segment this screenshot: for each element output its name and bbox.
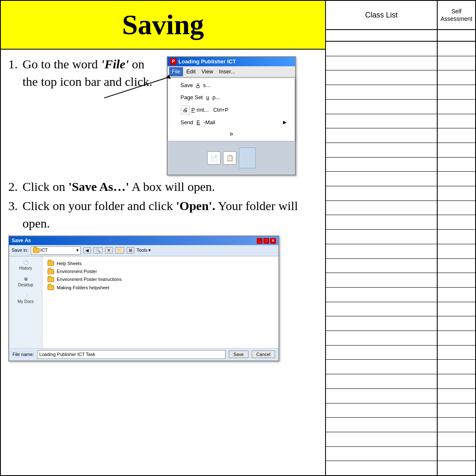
maximize-button[interactable]: □ [263, 238, 269, 244]
cell-self-18 [438, 302, 475, 316]
table-row [326, 360, 475, 374]
saveas-titlebar: Save As _ □ X [9, 236, 278, 245]
dropdown-page-setup[interactable]: Page Setup... [168, 92, 295, 103]
saveas-file-area: Help Sheets Environment Poster Environme… [43, 256, 278, 348]
search-button[interactable]: 🔍 [93, 247, 103, 253]
step-2-number: 2. [8, 178, 20, 195]
cell-class-1 [326, 56, 438, 70]
cell-self-22 [438, 360, 475, 374]
pub-doc-2: 📋 [223, 151, 236, 165]
header-subrow [326, 30, 475, 42]
sidebar-desktop[interactable]: 🖥Desktop [11, 276, 40, 288]
cell-class-3 [326, 85, 438, 99]
table-row [326, 100, 475, 114]
dropdown-save-as[interactable]: Save As... [168, 80, 295, 91]
cell-self-9 [438, 172, 475, 186]
right-panel: Class List Self Assessment [326, 1, 475, 475]
cell-self-4 [438, 100, 475, 114]
cell-class-19 [326, 316, 438, 331]
cell-self-14 [438, 244, 475, 258]
table-row [326, 230, 475, 244]
dropdown-send-email[interactable]: Send E-Mail ▶ [168, 117, 295, 128]
menu-view[interactable]: View [199, 67, 215, 76]
table-row [326, 244, 475, 259]
cell-self-13 [438, 230, 475, 244]
sidebar-history[interactable]: 🕐History [11, 260, 40, 271]
cell-class-17 [326, 288, 438, 302]
save-in-folder-icon [33, 248, 40, 253]
menu-edit[interactable]: Edit [184, 67, 198, 76]
saveas-titlebar-btns: _ □ X [257, 238, 276, 244]
save-in-combobox[interactable]: ICT ▾ [31, 246, 81, 254]
page-title: Saving [122, 8, 204, 41]
tools-menu[interactable]: Tools ▾ [137, 247, 151, 253]
back-button[interactable]: ◀ [83, 247, 91, 253]
file-item-2[interactable]: Environment Poster [46, 268, 275, 276]
table-row [326, 215, 475, 230]
table-row [326, 418, 475, 432]
table-row [326, 403, 475, 418]
table-row [326, 374, 475, 389]
cell-self-3 [438, 85, 475, 99]
cell-class-21 [326, 346, 438, 360]
rows-container [326, 42, 475, 475]
main-content: Saving 1. Go to the word 'File' on the t… [1, 1, 326, 475]
cell-self-27 [438, 432, 475, 446]
table-row [326, 316, 475, 331]
cell-class-28 [326, 447, 438, 461]
step-1-row: 1. Go to the word 'File' on the top icon… [8, 55, 163, 90]
table-row [326, 114, 475, 129]
menu-insert[interactable]: Inser... [216, 67, 238, 76]
title-bar: Saving [1, 1, 325, 50]
cell-class-16 [326, 273, 438, 287]
menu-file[interactable]: File [169, 67, 183, 76]
minimize-button[interactable]: _ [257, 238, 263, 244]
pub-titlebar: P Loading Publisher ICT [168, 57, 295, 66]
subrow-self-cell [438, 30, 475, 41]
cell-self-17 [438, 288, 475, 302]
filename-input[interactable]: Loading Publisher ICT Task [37, 350, 225, 359]
table-row [326, 432, 475, 447]
table-row [326, 186, 475, 201]
cell-class-14 [326, 244, 438, 258]
new-folder-button[interactable]: 📁 [115, 247, 124, 253]
cell-self-10 [438, 186, 475, 200]
save-button[interactable]: Save [229, 351, 248, 358]
save-in-value: ICT [40, 247, 48, 253]
cell-self-2 [438, 70, 475, 85]
subrow-class-cell [326, 30, 438, 41]
pub-app-icon: P [170, 58, 177, 65]
table-row [326, 288, 475, 302]
folder-icon-4 [48, 285, 54, 290]
cell-class-9 [326, 172, 438, 186]
table-row [326, 56, 475, 71]
cell-class-6 [326, 128, 438, 143]
table-row [326, 128, 475, 143]
pub-page-area [239, 148, 256, 168]
cell-class-7 [326, 143, 438, 157]
table-row [326, 201, 475, 215]
table-row [326, 346, 475, 360]
cell-class-0 [326, 42, 438, 56]
submenu-arrow: ▶ [283, 119, 286, 125]
cell-class-2 [326, 70, 438, 85]
saveas-title: Save As [12, 237, 31, 244]
filename-label: File name: [13, 351, 34, 358]
file-item-4[interactable]: Making Folders helpsheet [46, 284, 275, 292]
pub-content: 📄 📋 [168, 141, 295, 175]
cell-class-4 [326, 100, 438, 114]
views-button[interactable]: ⊞ [127, 247, 134, 253]
delete-button[interactable]: ✕ [105, 247, 113, 253]
sidebar-docs[interactable]: 📄My Docs [11, 293, 40, 305]
dropdown-more[interactable]: » [168, 128, 295, 139]
folder-icon-3 [48, 277, 54, 282]
dropdown-print[interactable]: 🖨 Print... Ctrl+P [168, 103, 295, 117]
step-1-number: 1. [8, 55, 20, 73]
file-item-1[interactable]: Help Sheets [46, 260, 275, 268]
file-item-3[interactable]: Environment Poster Instructions [46, 276, 275, 283]
close-button[interactable]: X [270, 238, 276, 244]
cancel-button[interactable]: Cancel [252, 351, 275, 358]
cell-self-21 [438, 346, 475, 360]
cell-self-12 [438, 215, 475, 229]
cell-self-23 [438, 374, 475, 388]
